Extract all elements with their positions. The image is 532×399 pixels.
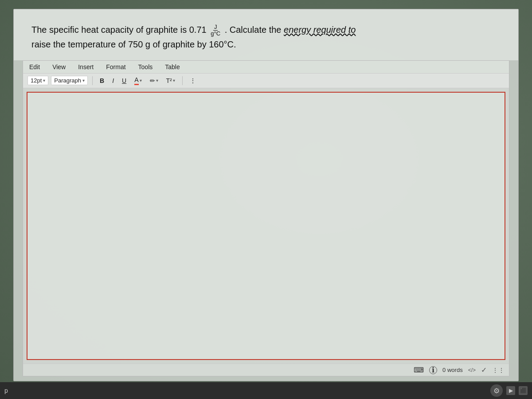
- menu-edit[interactable]: Edit: [27, 63, 42, 71]
- editor-container: Edit View Insert Format Tools Table 12pt…: [23, 60, 509, 376]
- highlight-color-button[interactable]: ✏ ▾: [147, 76, 161, 85]
- code-label: </>: [468, 367, 476, 373]
- more-status-icon-container[interactable]: ⋮⋮: [492, 367, 505, 374]
- code-label-container[interactable]: </>: [468, 367, 476, 373]
- question-area: The specific heat capacity of graphite i…: [14, 9, 518, 60]
- settings-button[interactable]: ⚙: [490, 384, 503, 397]
- paragraph-chevron: ▾: [82, 78, 85, 83]
- font-color-button[interactable]: A ▾: [132, 75, 144, 86]
- keyboard-icon-container: ⌨: [414, 366, 424, 374]
- editor-textarea[interactable]: [27, 93, 505, 359]
- fraction: J g°C: [210, 24, 221, 37]
- italic-button[interactable]: I: [110, 76, 117, 85]
- font-size-label: 12pt: [31, 77, 42, 84]
- menu-bar: Edit View Insert Format Tools Table: [23, 61, 509, 74]
- more-options-icon: ⋮: [190, 77, 196, 84]
- keyboard-icon: ⌨: [414, 366, 424, 374]
- question-line1-end: . Calculate the energy required to: [225, 25, 356, 35]
- font-size-chevron: ▾: [43, 78, 45, 83]
- paragraph-dropdown[interactable]: Paragraph ▾: [51, 76, 88, 85]
- menu-format[interactable]: Format: [104, 63, 127, 71]
- editor-content: [27, 92, 505, 360]
- superscript-label: T²: [166, 77, 172, 84]
- main-window: The specific heat capacity of graphite i…: [13, 9, 519, 381]
- taskbar: p ⚙ ▶ ⬛: [0, 382, 532, 399]
- question-text: The specific heat capacity of graphite i…: [31, 23, 501, 51]
- fraction-denominator: g°C: [210, 31, 221, 37]
- toolbar: 12pt ▾ Paragraph ▾ B I U A ▾ ✏: [23, 74, 509, 88]
- menu-tools[interactable]: Tools: [137, 63, 155, 71]
- toolbar-divider-2: [182, 76, 183, 85]
- superscript-button[interactable]: T² ▾: [164, 76, 178, 85]
- underline-button[interactable]: U: [119, 76, 129, 85]
- question-line1-start: The specific heat capacity of graphite i…: [31, 25, 207, 35]
- font-size-dropdown[interactable]: 12pt ▾: [27, 76, 48, 85]
- toolbar-divider-1: [92, 76, 93, 85]
- taskbar-icon-1[interactable]: ▶: [506, 386, 515, 395]
- superscript-chevron: ▾: [173, 78, 175, 83]
- question-line2: raise the temperature of 750 g of graphi…: [31, 39, 236, 49]
- check-icon: ✓: [481, 366, 487, 374]
- settings-icon: ⚙: [493, 387, 500, 395]
- menu-view[interactable]: View: [51, 63, 67, 71]
- menu-table[interactable]: Table: [163, 63, 181, 71]
- taskbar-p-label: p: [4, 387, 8, 394]
- check-icon-container[interactable]: ✓: [481, 366, 487, 374]
- taskbar-left: p: [4, 387, 8, 394]
- taskbar-icon-label: ▶: [509, 387, 513, 394]
- more-status-icon: ⋮⋮: [492, 367, 505, 374]
- menu-insert[interactable]: Insert: [76, 63, 95, 71]
- font-color-label: A: [134, 76, 138, 85]
- fraction-numerator: J: [213, 24, 218, 31]
- status-bar: ⌨ ℹ 0 words </> ✓ ⋮⋮: [23, 364, 509, 376]
- info-icon-container: ℹ: [429, 366, 437, 374]
- taskbar-icon-2-label: ⬛: [520, 387, 527, 394]
- info-icon: ℹ: [429, 366, 437, 374]
- highlight-chevron: ▾: [156, 78, 158, 83]
- taskbar-right: ⚙ ▶ ⬛: [490, 384, 528, 397]
- more-options-button[interactable]: ⋮: [187, 76, 199, 85]
- word-count-label: 0 words: [442, 367, 463, 373]
- taskbar-icon-2[interactable]: ⬛: [519, 386, 528, 395]
- highlight-icon: ✏: [150, 77, 155, 84]
- bold-button[interactable]: B: [97, 76, 107, 85]
- font-color-chevron: ▾: [140, 78, 142, 83]
- paragraph-label: Paragraph: [54, 77, 81, 84]
- word-count: 0 words: [442, 367, 463, 373]
